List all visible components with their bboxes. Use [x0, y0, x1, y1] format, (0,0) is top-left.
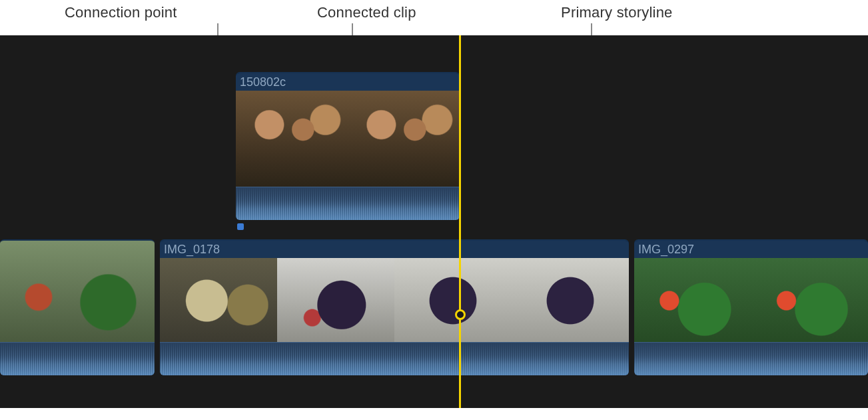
clip-thumbnail — [751, 258, 869, 343]
clip-thumbnail — [236, 91, 348, 188]
clip-thumbnail — [394, 258, 512, 343]
clip-title: IMG_0178 — [160, 241, 629, 258]
clip-thumbnails — [236, 91, 460, 188]
connection-point-icon[interactable] — [237, 223, 244, 230]
annotation-connected-clip: Connected clip — [317, 4, 416, 21]
clip-thumbnails — [160, 258, 629, 343]
clip-thumbnail — [634, 258, 751, 343]
clip-title: IMG_0297 — [634, 241, 868, 258]
clip-thumbnail — [277, 258, 394, 343]
primary-clip[interactable]: IMG_0178 — [160, 239, 629, 375]
clip-thumbnails — [634, 258, 868, 343]
clip-thumbnail — [160, 258, 277, 343]
clip-audio-waveform[interactable] — [236, 187, 460, 220]
connected-clip[interactable]: 150802c — [236, 72, 460, 220]
clip-title: 150802c — [236, 73, 460, 91]
clip-thumbnail — [0, 241, 155, 343]
clip-audio-waveform[interactable] — [634, 342, 868, 375]
primary-clip[interactable]: IMG_0297 — [634, 239, 868, 375]
clip-thumbnails — [0, 241, 155, 343]
timeline[interactable]: 150802c IMG_0178 — [0, 35, 868, 408]
annotation-primary-storyline: Primary storyline — [561, 4, 673, 21]
figure-canvas: Connection point Connected clip Primary … — [0, 0, 868, 420]
primary-clip[interactable] — [0, 239, 155, 375]
clip-audio-waveform[interactable] — [0, 342, 155, 375]
clip-thumbnail — [348, 91, 460, 188]
clip-thumbnail — [512, 258, 629, 343]
annotation-connection-point: Connection point — [65, 4, 177, 21]
clip-audio-waveform[interactable] — [160, 342, 629, 375]
